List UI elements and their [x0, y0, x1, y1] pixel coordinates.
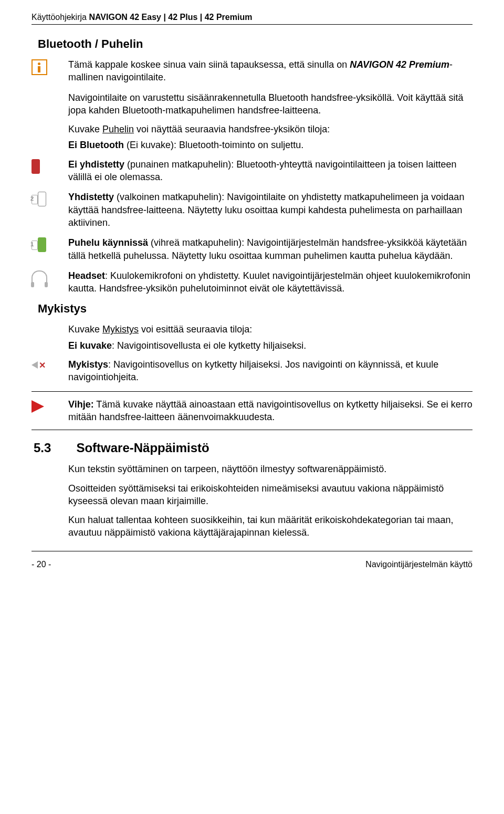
text: : Kuulokemikrofoni on yhdistetty. Kuulet…	[68, 270, 470, 294]
text: voi näyttää seuraavia handsfree-yksikön …	[134, 124, 330, 134]
text: : Navigointisovellus on kytketty hiljais…	[68, 359, 438, 382]
underlined: Mykistys	[102, 324, 139, 335]
headset-icon	[32, 270, 47, 284]
tip-rule-top	[32, 391, 472, 392]
text: voi esittää seuraavia tiloja:	[139, 324, 252, 335]
not-connected-text: Ei yhdistetty (punainen matkapuhelin): B…	[68, 158, 472, 184]
text: : Navigointisovellusta ei ole kytketty h…	[112, 340, 306, 351]
text: (Ei kuvake): Bluetooth-toiminto on sulje…	[124, 140, 303, 150]
phone-green-icon: 1	[32, 237, 48, 252]
footer-rule	[32, 551, 472, 551]
headset-text: Headset: Kuulokemikrofoni on yhdistetty.…	[68, 269, 472, 295]
info-block: Tämä kappale koskee sinua vain siinä tap…	[32, 58, 472, 84]
mute-icon: ✕	[32, 359, 46, 371]
tip-text: Vihje: Tämä kuvake näyttää ainoastaan et…	[68, 398, 472, 424]
section-title: Software-Näppäimistö	[76, 441, 209, 455]
footer-section: Navigointijärjestelmän käyttö	[365, 560, 472, 569]
bold: Vihje:	[68, 399, 94, 410]
text: (punainen matkapuhelin): Bluetooth-yhtey…	[68, 159, 456, 182]
text: (valkoinen matkapuhelin): Navigointilait…	[68, 192, 464, 228]
bold: Ei yhdistetty	[68, 159, 124, 170]
bold: Yhdistetty	[68, 192, 114, 202]
call-row: 1 Puhelu käynnissä (vihreä matkapuhelin)…	[32, 236, 472, 262]
header-rule	[32, 24, 472, 25]
intro-para-2: Kuvake Puhelin voi näyttää seuraavia han…	[68, 123, 472, 135]
intro-para-1: Navigointilaite on varustettu sisäänrake…	[68, 91, 472, 117]
soft-para-1: Kun tekstin syöttäminen on tarpeen, näyt…	[68, 463, 472, 475]
bold: Ei kuvake	[68, 340, 112, 351]
text: Tämä kappale koskee sinua vain siinä tap…	[68, 59, 350, 70]
bold: Mykistys	[68, 359, 108, 370]
bold: Ei Bluetooth	[68, 140, 124, 150]
connected-row: 2 Yhdistetty (valkoinen matkapuhelin): N…	[32, 191, 472, 229]
section-number: 5.3	[34, 441, 51, 455]
text: Kuvake	[68, 124, 102, 134]
mute-text: Mykistys: Navigointisovellus on kytketty…	[68, 358, 472, 384]
product-name: NAVIGON 42 Premium	[350, 59, 449, 70]
headset-row: Headset: Kuulokemikrofoni on yhdistetty.…	[32, 269, 472, 295]
play-icon	[32, 400, 44, 413]
not-connected-row: Ei yhdistetty (punainen matkapuhelin): B…	[32, 158, 472, 184]
phone-white-icon: 2	[32, 192, 48, 206]
page-number: - 20 -	[32, 560, 51, 569]
bold: Puhelu käynnissä	[68, 237, 148, 248]
info-icon	[32, 59, 47, 75]
call-text: Puhelu käynnissä (vihreä matkapuhelin): …	[68, 236, 472, 262]
mute-para-1: Kuvake Mykistys voi esittää seuraavia ti…	[68, 323, 472, 336]
heading-bluetooth: Bluetooth / Puhelin	[38, 37, 472, 51]
soft-para-3: Kun haluat tallentaa kohteen suosikkeihi…	[68, 514, 472, 539]
mute-para-2: Ei kuvake: Navigointisovellusta ei ole k…	[68, 339, 472, 352]
text: Tämä kuvake näyttää ainoastaan että navi…	[68, 399, 472, 422]
intro-para-3: Ei Bluetooth (Ei kuvake): Bluetooth-toim…	[68, 139, 472, 151]
text: Kuvake	[68, 324, 102, 335]
document-page: Käyttöohjekirja NAVIGON 42 Easy | 42 Plu…	[0, 0, 504, 579]
header-prefix: Käyttöohjekirja	[32, 13, 89, 22]
underlined: Puhelin	[102, 124, 134, 134]
bold: Headset	[68, 270, 105, 281]
info-text: Tämä kappale koskee sinua vain siinä tap…	[68, 58, 472, 84]
soft-para-2: Osoitteiden syöttämiseksi tai erikoiskoh…	[68, 482, 472, 508]
connected-text: Yhdistetty (valkoinen matkapuhelin): Nav…	[68, 191, 472, 229]
heading-software: 5.3 Software-Näppäimistö	[34, 441, 472, 455]
running-header: Käyttöohjekirja NAVIGON 42 Easy | 42 Plu…	[32, 13, 472, 22]
mute-row: ✕ Mykistys: Navigointisovellus on kytket…	[32, 358, 472, 384]
tip-rule-bottom	[32, 430, 472, 430]
phone-red-icon	[32, 159, 40, 174]
header-products: NAVIGON 42 Easy | 42 Plus | 42 Premium	[89, 13, 252, 22]
heading-mute: Mykistys	[38, 302, 472, 316]
footer: - 20 - Navigointijärjestelmän käyttö	[32, 560, 472, 569]
tip-row: Vihje: Tämä kuvake näyttää ainoastaan et…	[32, 398, 472, 424]
